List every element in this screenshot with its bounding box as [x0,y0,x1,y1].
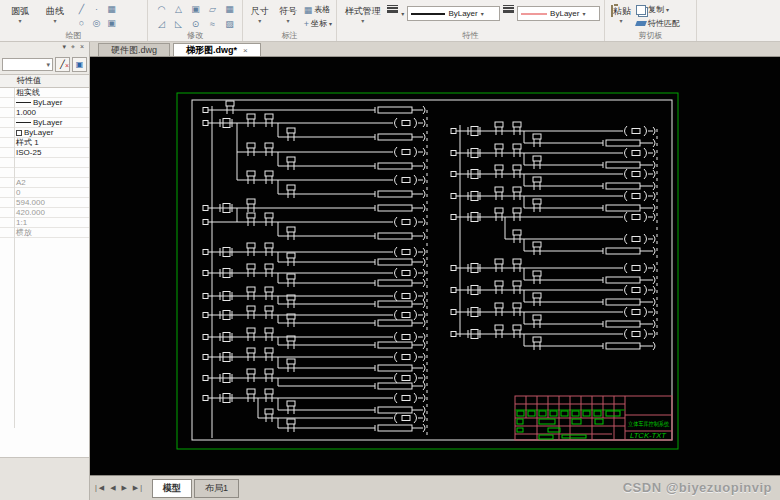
tab-label: 硬件图.dwg [111,44,157,57]
property-row[interactable]: ByLayer [0,118,89,128]
section-label-modify: 修改 [148,31,242,41]
copy-button-label: 复制 [648,4,664,15]
table-button[interactable]: ▦ 表格 [304,4,332,15]
linetype-value: ByLayer [448,9,477,18]
property-row[interactable] [0,158,89,168]
quick-select-button[interactable]: ▣ [72,57,87,72]
line-icon[interactable]: ╱ [74,2,89,16]
copy-button[interactable]: 复制 ▾ [636,4,680,15]
section-label-annotate: 标注 [243,31,336,41]
property-row[interactable]: ByLayer [0,128,89,138]
property-row[interactable]: 1:1 [0,218,89,228]
tab-hardware-dwg[interactable]: 硬件图.dwg [98,43,170,56]
property-row[interactable]: 样式 1 [0,138,89,148]
palette-menu-icon[interactable]: ▾ [62,43,66,54]
mirror-icon[interactable]: △ [170,2,187,17]
close-icon[interactable]: × [80,43,84,54]
arc-button-label: 圆弧 [11,6,29,16]
tab-layout1[interactable]: 布局1 [194,479,239,498]
color-value: ByLayer [550,9,579,18]
linetype-icon[interactable] [503,2,514,13]
linetype-swatch [411,13,445,15]
ribbon-section-annotate: 尺寸 ▾ 符号 ▾ ▦ 表格 + 坐标 ▾ 标注 [243,0,337,41]
tab-model[interactable]: 模型 [152,479,192,498]
style-manager-label: 样式管理 [345,6,381,16]
color-swatch [521,13,547,15]
tab-ladder-dwg[interactable]: 梯形图.dwg* × [173,43,261,56]
copy-icon[interactable]: ▣ [187,2,204,17]
ladder-right [451,122,657,350]
property-row[interactable]: ByLayer [0,98,89,108]
chevron-down-icon: ▾ [582,10,585,17]
property-row[interactable]: A2 [0,178,89,188]
object-type-select[interactable]: ▾ [2,58,53,71]
break-icon[interactable]: ◠ [153,2,170,17]
revision-cloud-icon[interactable]: ≈ [204,17,221,32]
chevron-down-icon: ▾ [46,61,50,69]
close-tab-icon[interactable]: × [243,46,248,55]
property-row[interactable]: 594.000 [0,198,89,208]
curve-button[interactable]: 曲线 ▾ [39,2,71,24]
match-properties-button[interactable]: 特性匹配 [636,18,680,29]
copy-icon [636,5,646,15]
symbol-button-label: 符号 [279,6,297,16]
region-icon[interactable]: ▣ [104,16,119,30]
property-value: 594.000 [16,198,45,207]
ribbon-section-clipboard: 粘贴 ▾ 复制 ▾ 特性匹配 剪切板 [605,0,697,41]
property-value: ISO-25 [16,148,41,157]
layout-nav-buttons[interactable]: |◀ ◀ ▶ ▶| [95,484,144,492]
style-manager-button[interactable]: 样式管理 ▾ [341,2,384,24]
chevron-down-icon: ▾ [666,6,669,13]
ribbon-section-properties: 样式管理 ▾ ▾ ByLayer ▾ ByLayer ▾ 特性 [337,0,605,41]
color-select[interactable]: ByLayer ▾ [517,6,600,21]
fillet-icon[interactable]: ◿ [153,17,170,32]
drawing-canvas[interactable]: 立体车库控制系统LTCK-TXT [90,57,780,475]
circle-icon[interactable]: ○ [74,16,89,30]
paste-button[interactable]: 粘贴 ▾ [609,2,633,24]
dimension-button[interactable]: 尺寸 ▾ [247,2,272,24]
array-icon[interactable]: ▦ [221,2,238,17]
property-value: 样式 1 [16,137,39,148]
linetype-swatch [16,122,31,123]
hatch-icon[interactable]: ▦ [104,2,119,16]
pin-icon[interactable]: ⌖ [71,43,75,54]
property-row[interactable]: 0 [0,188,89,198]
property-value: 1:1 [16,218,27,227]
offset-icon[interactable]: ▱ [204,2,221,17]
property-row[interactable]: ISO-25 [0,148,89,158]
paste-button-label: 粘贴 [613,6,631,16]
brush-icon [635,21,647,26]
lineweight-icon[interactable] [387,2,398,13]
symbol-button[interactable]: 符号 ▾ [275,2,300,24]
chamfer-icon[interactable]: ◺ [170,17,187,32]
hatch-edit-icon[interactable]: ▨ [221,17,238,32]
donut-icon[interactable]: ◎ [89,16,104,30]
linetype-select[interactable]: ByLayer ▾ [407,6,500,21]
property-row[interactable] [0,168,89,178]
chevron-down-icon: ▾ [401,2,404,17]
ribbon-section-draw: 圆弧 ▾ 曲线 ▾ ╱·▦○◎▣ 绘图 [0,0,148,41]
chevron-down-icon: ▾ [609,18,633,24]
toggle-pickadd-button[interactable]: ╱× [55,57,70,72]
section-label-clipboard: 剪切板 [605,31,696,41]
chevron-down-icon: ▾ [4,18,36,24]
arc-button[interactable]: 圆弧 ▾ [4,2,36,24]
table-icon: ▦ [304,5,313,15]
point-icon[interactable]: · [89,2,104,16]
ribbon: 圆弧 ▾ 曲线 ▾ ╱·▦○◎▣ 绘图 ◠△▣▱▦◿◺⊙≈▨ 修改 尺寸 ▾ 符… [0,0,780,42]
coordinate-button[interactable]: + 坐标 ▾ [304,18,332,29]
table-button-label: 表格 [314,4,330,15]
property-row[interactable]: 横放 [0,228,89,238]
property-value: 0 [16,188,20,197]
property-row[interactable]: 1.000 [0,108,89,118]
panel-footer [0,457,89,500]
property-value: 横放 [16,227,32,238]
property-row[interactable]: 420.000 [0,208,89,218]
rotate-icon[interactable]: ⊙ [187,17,204,32]
property-row[interactable]: 粗实线 [0,88,89,98]
match-properties-label: 特性匹配 [648,18,680,29]
chevron-down-icon: ▾ [481,10,484,17]
ladder-diagram-drawing: 立体车库控制系统LTCK-TXT [90,57,780,475]
red-x-icon: × [65,59,69,72]
curve-button-label: 曲线 [46,6,64,16]
